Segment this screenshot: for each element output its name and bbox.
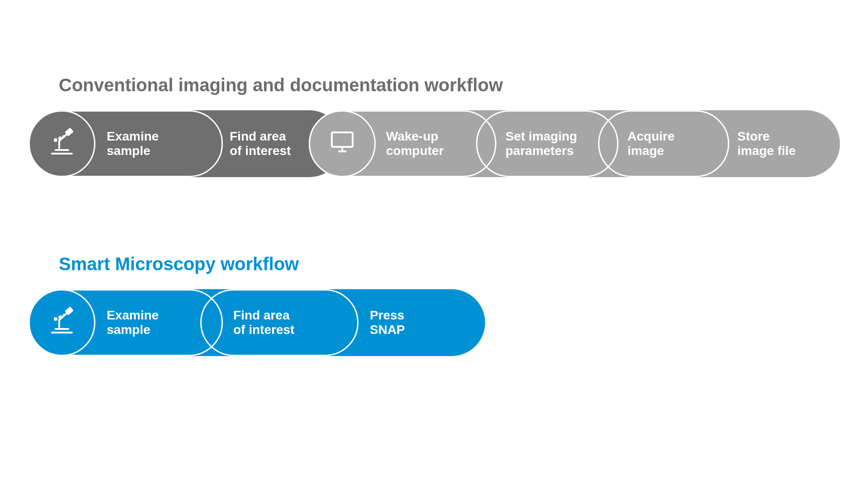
step-label: Examine sample	[107, 129, 159, 158]
step-find-area: Find area of interest	[200, 289, 359, 356]
monitor-icon-circle	[309, 110, 376, 177]
step-label: Press SNAP	[370, 308, 405, 337]
svg-point-5	[62, 135, 65, 138]
smart-title: Smart Microscopy workflow	[59, 254, 299, 274]
svg-rect-6	[332, 132, 353, 147]
step-label: Find area of interest	[233, 308, 294, 337]
conventional-title: Conventional imaging and documentation w…	[59, 75, 503, 95]
svg-point-13	[58, 315, 62, 319]
microscope-icon	[46, 305, 78, 340]
step-set-imaging-params: Set imaging parameters	[476, 110, 618, 177]
step-label: Examine sample	[107, 308, 159, 337]
monitor-icon	[327, 127, 357, 160]
microscope-icon-circle	[28, 110, 95, 177]
smart-row: Examine sample Find area of interest Pre…	[28, 289, 485, 356]
diagram-canvas: Conventional imaging and documentation w…	[0, 0, 868, 488]
svg-point-12	[54, 317, 57, 321]
microscope-icon-circle	[28, 289, 95, 356]
step-label: Wake-up computer	[386, 129, 444, 158]
step-store-image: Store image file	[710, 110, 840, 177]
svg-point-14	[62, 314, 65, 317]
step-label: Find area of interest	[230, 129, 291, 158]
step-press-snap: Press SNAP	[343, 289, 485, 356]
svg-point-3	[54, 138, 57, 142]
svg-point-4	[58, 136, 62, 140]
step-label: Set imaging parameters	[505, 129, 577, 158]
step-label: Store image file	[737, 129, 796, 158]
microscope-icon	[46, 126, 78, 161]
step-label: Acquire image	[627, 129, 675, 158]
conventional-row: Examine sample Find area of interest Wak…	[28, 110, 840, 177]
